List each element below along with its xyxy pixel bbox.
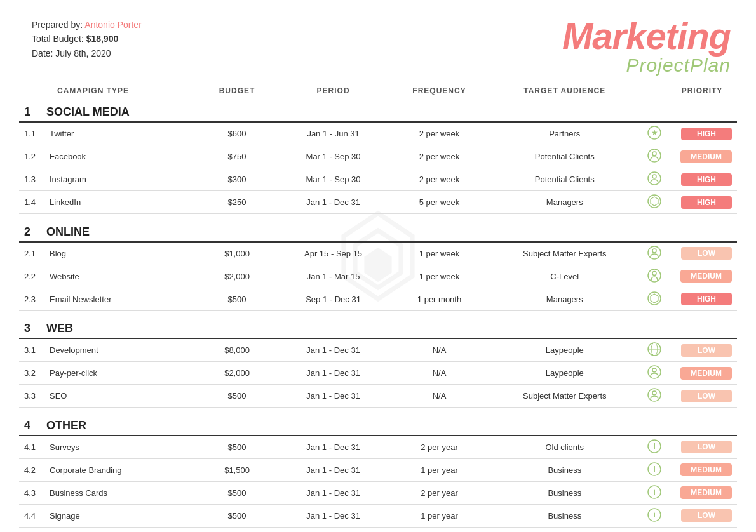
priority-badge-cell: LOW [667,242,737,265]
svg-point-14 [652,271,656,275]
audience-icon [642,191,667,214]
table-row: 4.3 Business Cards $500 Jan 1 - Dec 31 2… [19,481,737,504]
table-row: 3.3 SEO $500 Jan 1 - Dec 31 N/A Subject … [19,385,737,408]
priority-badge: LOW [681,344,732,357]
campaign-name: Twitter [44,122,198,145]
svg-marker-16 [651,294,658,303]
audience-icon: i [642,458,667,481]
frequency-value: 1 per month [391,288,487,310]
budget-value: $1,500 [198,458,275,481]
col-header-audience: TARGET AUDIENCE [488,83,642,99]
audience-value: Potential Clients [488,145,642,168]
row-id: 4.2 [19,458,44,481]
priority-badge: MEDIUM [680,270,732,283]
priority-badge: LOW [681,441,732,453]
svg-text:i: i [653,510,656,519]
row-id: 3.3 [19,385,44,408]
frequency-value: 2 per year [391,436,487,459]
section-spacer [19,527,737,532]
period-value: Apr 15 - Sep 15 [276,242,391,265]
campaign-name: SEO [44,385,198,408]
priority-badge-cell: MEDIUM [667,458,737,481]
frequency-value: 1 per week [391,242,487,265]
table-row: 4.1 Surveys $500 Jan 1 - Dec 31 2 per ye… [19,436,737,459]
section-header-1: 1 SOCIAL MEDIA [19,99,737,122]
table-row: 4.4 Signage $500 Jan 1 - Dec 31 1 per ye… [19,504,737,527]
col-header-budget: BUDGET [198,83,275,99]
priority-badge: MEDIUM [680,367,732,380]
svg-point-12 [652,249,656,253]
audience-value: Old clients [488,436,642,459]
audience-value: Business [488,481,642,504]
budget-value: $8,000 [198,338,275,362]
priority-badge-cell: LOW [667,338,737,362]
period-value: Jan 1 - Dec 31 [276,191,391,214]
budget-value: $500 [198,504,275,527]
row-id: 1.2 [19,145,44,168]
period-value: Jan 1 - Dec 31 [276,458,391,481]
svg-text:★: ★ [651,128,658,137]
svg-point-21 [652,368,656,372]
priority-badge: LOW [681,390,732,402]
marketing-plan-table: CAMAPIGN TYPE BUDGET PERIOD FREQUENCY TA… [19,83,737,532]
budget-value: $500 [198,481,275,504]
priority-badge: HIGH [681,128,732,140]
audience-value: Managers [488,288,642,310]
frequency-value: N/A [391,338,487,362]
budget-value: $250 [198,191,275,214]
budget-value: $2,000 [198,265,275,288]
table-row: 3.2 Pay-per-click $2,000 Jan 1 - Dec 31 … [19,362,737,385]
budget-value: $500 [198,385,275,408]
svg-text:i: i [653,441,656,451]
budget-value: $1,000 [198,242,275,265]
page-header: Prepared by: Antonio Porter Total Budget… [0,0,756,83]
frequency-value: 2 per week [391,168,487,191]
row-id: 1.1 [19,122,44,145]
audience-icon [642,362,667,385]
priority-badge: LOW [681,247,732,260]
budget-value: $750 [198,145,275,168]
row-id: 4.4 [19,504,44,527]
svg-point-23 [652,391,656,395]
row-id: 2.2 [19,265,44,288]
priority-badge-cell: MEDIUM [667,265,737,288]
section-header-4: 4 OTHER [19,413,737,436]
frequency-value: 5 per week [391,191,487,214]
audience-icon: ★ [642,122,667,145]
audience-icon [642,338,667,362]
priority-badge-cell: HIGH [667,191,737,214]
priority-badge: HIGH [681,173,732,186]
audience-icon [642,265,667,288]
row-id: 2.3 [19,288,44,310]
section-header-3: 3 WEB [19,316,737,338]
col-header-priority: PRIORITY [667,83,737,99]
audience-value: Subject Matter Experts [488,242,642,265]
row-id: 4.3 [19,481,44,504]
svg-text:i: i [653,464,656,474]
brand-line1: Marketing [562,18,731,55]
section-title-4: 4 OTHER [19,413,737,436]
audience-icon [642,145,667,168]
priority-badge-cell: LOW [667,385,737,408]
period-value: Jan 1 - Mar 15 [276,265,391,288]
header-left: Prepared by: Antonio Porter Total Budget… [32,18,142,60]
period-value: Jan 1 - Dec 31 [276,504,391,527]
col-header-frequency: FREQUENCY [391,83,487,99]
date: Date: July 8th, 2020 [32,46,142,60]
period-value: Sep 1 - Dec 31 [276,288,391,310]
period-value: Mar 1 - Sep 30 [276,168,391,191]
audience-value: Potential Clients [488,168,642,191]
campaign-name: Pay-per-click [44,362,198,385]
campaign-name: Blog [44,242,198,265]
author-name: Antonio Porter [84,20,142,30]
frequency-value: N/A [391,362,487,385]
table-row: 1.2 Facebook $750 Mar 1 - Sep 30 2 per w… [19,145,737,168]
budget-value: $2,000 [198,362,275,385]
row-id: 3.2 [19,362,44,385]
table-row: 2.2 Website $2,000 Jan 1 - Mar 15 1 per … [19,265,737,288]
frequency-value: N/A [391,385,487,408]
audience-icon: i [642,481,667,504]
row-id: 1.4 [19,191,44,214]
frequency-value: 1 per year [391,504,487,527]
section-spacer [19,214,737,219]
